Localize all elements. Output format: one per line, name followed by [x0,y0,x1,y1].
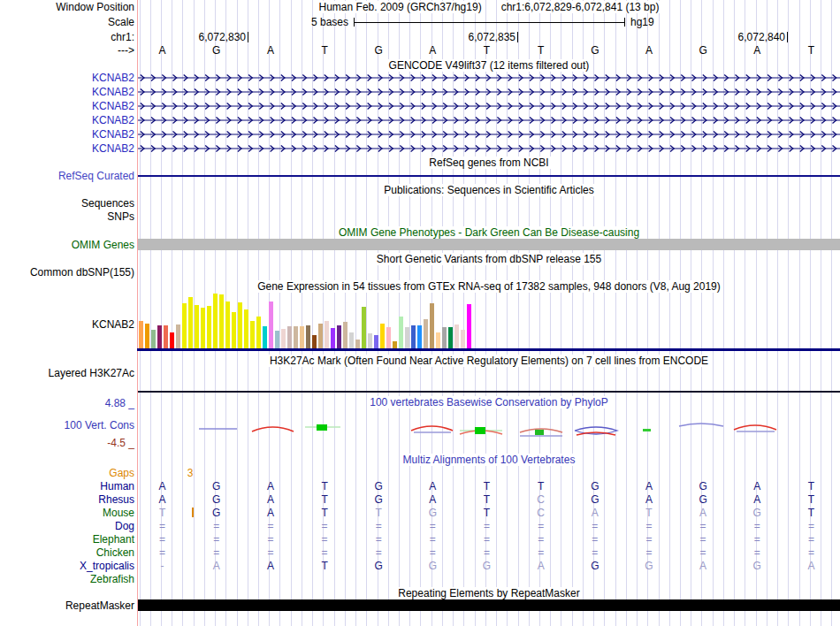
track-label--[interactable]: ---> [118,45,134,56]
scale-value-label: 5 bases [311,17,348,27]
track-label-kcnab2[interactable]: KCNAB2 [92,143,134,154]
multiz-base-cell: A [676,561,729,571]
multiz-base-cell: A [676,508,729,518]
track-title[interactable]: OMIM Gene Phenotypes - Dark Green Can Be… [138,227,840,238]
multiz-base-cell: = [190,521,243,531]
track-label-window-position[interactable]: Window Position [56,2,134,12]
track-title[interactable]: Repeating Elements by RepeatMasker [138,588,840,599]
multiz-base-cell: A [406,481,459,492]
multiz-base-cell: T [515,481,568,492]
multiz-base-cell: A [515,561,568,571]
reference-base-letter: T [461,45,514,56]
multiz-base-cell: = [406,521,459,531]
multiz-base-cell: = [569,547,622,558]
track-label-chicken[interactable]: Chicken [96,547,134,558]
multiz-base-cell: A [406,494,459,505]
multiz-base-cell: = [190,547,243,558]
multiz-base-cell: G [676,481,729,492]
multiz-gap-count: 3 [181,468,199,478]
multiz-base-cell: T [298,481,351,492]
track-label-4-88-[interactable]: 4.88 _ [105,398,134,408]
track-title-text: GENCODE V49lift37 (12 items filtered out… [386,59,592,72]
multiz-base-cell: T [784,508,837,518]
track-title[interactable]: RefSeq genes from NCBI [138,157,840,168]
multiz-base-cell: = [622,547,676,558]
track-title[interactable]: 100 vertebrates Basewise Conservation by… [138,397,840,408]
multiz-base-cell: G [190,508,243,518]
track-label-snps[interactable]: SNPs [107,211,134,222]
reference-base-letter: G [190,45,243,56]
reference-base-letter: G [569,45,622,56]
multiz-base-cell: = [298,521,351,531]
track-title[interactable]: Publications: Sequences in Scientific Ar… [138,185,840,195]
track-title-text: OMIM Gene Phenotypes - Dark Green Can Be… [336,226,642,239]
multiz-base-cell: T [298,508,351,518]
multiz-base-cell: = [190,534,243,545]
multiz-base-cell: A [784,561,837,571]
text-layer: Human Feb. 2009 (GRCh37/hg19)chr1:6,072,… [0,0,840,626]
track-label-dog[interactable]: Dog [115,521,134,531]
track-label-kcnab2[interactable]: KCNAB2 [92,87,134,97]
multiz-base-cell: A [136,494,189,505]
track-label-mouse[interactable]: Mouse [103,508,134,518]
multiz-base-cell: C [515,494,568,505]
multiz-base-cell: G [461,561,514,571]
multiz-base-cell: T [298,561,351,571]
multiz-base-cell: = [406,534,459,545]
track-label-kcnab2[interactable]: KCNAB2 [92,129,134,140]
track-label-common-dbsnp-155-[interactable]: Common dbSNP(155) [30,267,134,278]
track-title[interactable]: Gene Expression in 54 tissues from GTEx … [138,281,840,292]
track-label-layered-h3k27ac[interactable]: Layered H3K27Ac [49,368,134,378]
multiz-base-cell: A [730,481,783,492]
multiz-base-cell: = [730,547,783,558]
multiz-base-cell: = [352,547,405,558]
track-title[interactable]: Multiz Alignments of 100 Vertebrates [138,454,840,465]
genome-assembly-label: hg19 [630,17,654,27]
track-label-zebrafish[interactable]: Zebrafish [90,574,134,584]
multiz-base-cell: T [298,494,351,505]
track-label-kcnab2[interactable]: KCNAB2 [92,101,134,111]
track-label-kcnab2[interactable]: KCNAB2 [92,115,134,126]
track-label-gaps[interactable]: Gaps [109,468,134,478]
track-title[interactable]: H3K27Ac Mark (Often Found Near Active Re… [138,355,840,366]
multiz-base-cell: = [676,534,729,545]
track-label-kcnab2[interactable]: KCNAB2 [92,319,134,330]
multiz-base-cell: = [676,521,729,531]
track-label-rhesus[interactable]: Rhesus [98,494,134,505]
multiz-base-cell: = [461,521,514,531]
multiz-base-cell: T [461,508,514,518]
track-label-100-vert-cons[interactable]: 100 Vert. Cons [65,420,134,431]
track-label-elephant[interactable]: Elephant [93,534,134,545]
multiz-base-cell: = [515,521,568,531]
coordinate-label: 6,072,830 [199,32,246,42]
track-title-text: H3K27Ac Mark (Often Found Near Active Re… [267,355,711,367]
track-label-refseq-curated[interactable]: RefSeq Curated [58,171,134,181]
track-label-sequences[interactable]: Sequences [81,198,134,209]
multiz-base-cell: A [244,508,297,518]
reference-base-letter: A [136,45,189,56]
position-range-label: chr1:6,072,829-6,072,841 (13 bp) [500,1,661,13]
reference-base-letter: T [784,45,837,56]
reference-base-letter: A [622,45,676,56]
multiz-base-cell: G [622,561,676,571]
track-label-repeatmasker[interactable]: RepeatMasker [65,600,134,611]
track-title[interactable]: GENCODE V49lift37 (12 items filtered out… [138,60,840,71]
track-label-x_tropicalis[interactable]: X_tropicalis [80,561,134,571]
track-label--4-5-[interactable]: -4.5 _ [107,438,134,448]
multiz-base-cell: = [298,534,351,545]
track-label-chr1-[interactable]: chr1: [111,32,134,42]
reference-base-letter: T [298,45,351,56]
assembly-label: Human Feb. 2009 (GRCh37/hg19) [317,1,484,13]
multiz-base-cell: T [784,481,837,492]
coordinate-label: 6,072,840 [738,32,785,42]
track-label-human[interactable]: Human [100,481,134,492]
track-title-text: 100 vertebrates Basewise Conservation by… [367,396,610,408]
ucsc-genome-browser-tracks-image: Human Feb. 2009 (GRCh37/hg19)chr1:6,072,… [0,0,840,626]
multiz-base-cell: G [730,508,783,518]
track-title-text: Short Genetic Variants from dbSNP releas… [374,253,604,265]
track-title[interactable]: Short Genetic Variants from dbSNP releas… [138,254,840,264]
track-label-kcnab2[interactable]: KCNAB2 [92,73,134,83]
track-label-scale[interactable]: Scale [108,17,134,27]
track-label-omim-genes[interactable]: OMIM Genes [72,240,134,250]
multiz-base-cell: = [569,521,622,531]
